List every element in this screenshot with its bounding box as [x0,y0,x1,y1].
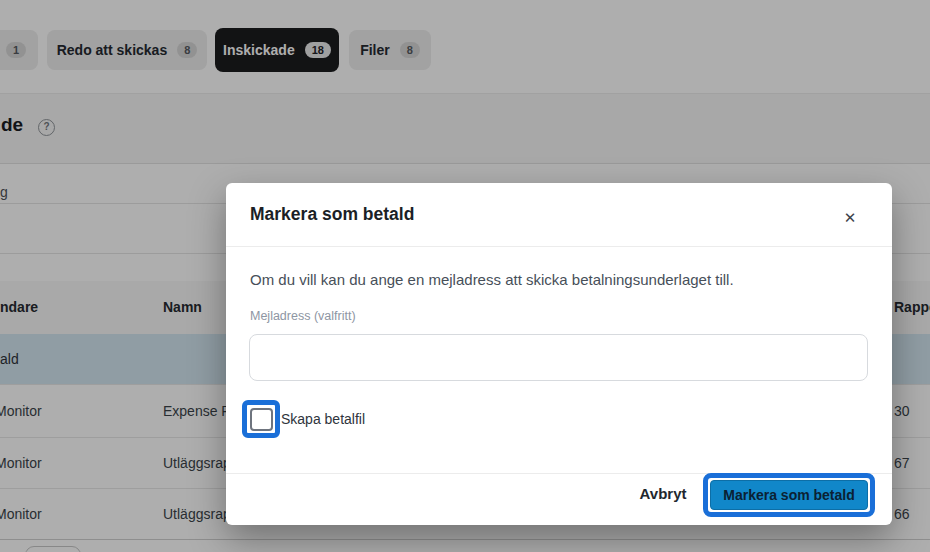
email-input[interactable] [249,334,868,381]
dialog-title: Markera som betald [250,183,414,246]
dialog-description: Om du vill kan du ange en mejladress att… [250,271,868,288]
confirm-highlight-ring: Markera som betald [703,473,875,517]
close-icon[interactable]: ✕ [835,203,865,233]
checkbox-label: Skapa betalfil [281,411,365,427]
markera-som-betald-button[interactable]: Markera som betald [710,480,868,510]
cancel-button[interactable]: Avbryt [629,483,697,505]
checkbox-highlight-ring [242,400,280,438]
email-label: Mejladress (valfritt) [250,309,356,323]
divider [226,246,892,247]
screen: 1 Redo att skickas 8 Inskickade 18 Filer… [0,0,930,552]
markera-som-betald-dialog: Markera som betald ✕ Om du vill kan du a… [226,183,892,525]
skapa-betalfil-checkbox[interactable] [250,408,273,431]
